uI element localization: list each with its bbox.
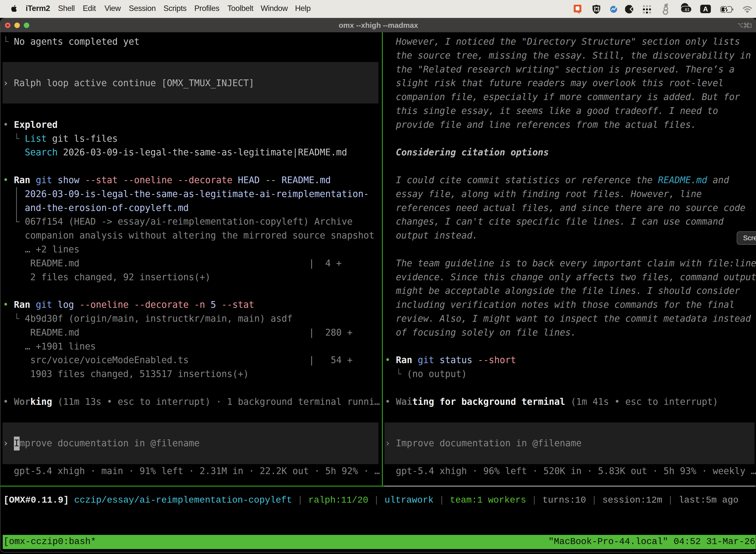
- svg-text:1: 1: [749, 22, 752, 29]
- svg-text:A: A: [703, 5, 708, 13]
- svg-text:..61: ..61: [683, 7, 690, 12]
